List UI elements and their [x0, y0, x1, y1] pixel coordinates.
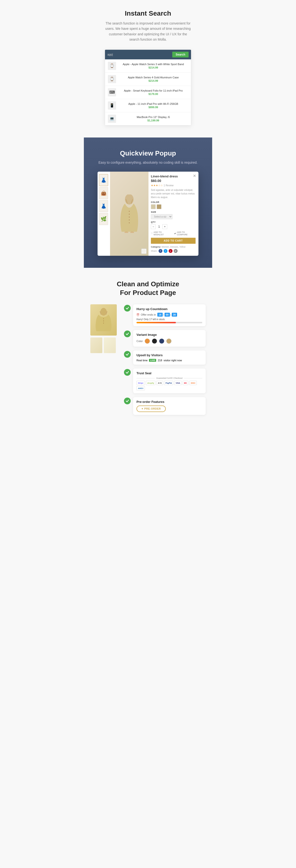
visitor-text: visitor right now — [164, 359, 182, 362]
search-result-item[interactable]: ⌚ Apple - Apple Watch Series 3 with Whit… — [105, 59, 191, 72]
payment-discover: DISC — [189, 381, 197, 385]
add-to-wishlist-button[interactable]: ♡ ADD TO WISHLIST — [151, 231, 172, 236]
color-swatch-beige[interactable] — [151, 204, 156, 209]
color-swatches — [151, 204, 196, 209]
preorder-feature-item: Pre-order Features ✦ PRE-ORDER — [124, 397, 206, 415]
preorder-button[interactable]: ✦ PRE-ORDER — [136, 405, 166, 412]
quickview-title: Quickview Popup — [89, 150, 207, 157]
result-image: 💻 — [108, 115, 116, 123]
modal-close-icon[interactable]: ✕ — [193, 174, 196, 178]
share-facebook-icon[interactable]: f — [159, 249, 162, 253]
svg-point-13 — [103, 318, 104, 319]
size-select[interactable]: Select a size — [151, 214, 172, 219]
color-dot-black[interactable] — [152, 338, 157, 344]
result-name: Apple - Apple Watch Series 3 with White … — [119, 62, 188, 66]
hurry-text: Hurry! Only 17 left in stock. — [136, 318, 202, 321]
payment-paypal: PayPal — [164, 381, 173, 385]
trustseal-title: Trust Seal — [136, 371, 202, 375]
svg-point-4 — [129, 219, 130, 220]
upsell-row: Real time LIVE 218 visitor right now — [136, 359, 202, 362]
product-small-1 — [90, 338, 102, 353]
search-button[interactable]: Search — [172, 52, 189, 57]
trustseal-check-icon — [124, 369, 131, 376]
result-text: Apple - Smart Keyboard Folio for 11-inch… — [119, 89, 188, 95]
color-dot-navy[interactable] — [159, 338, 164, 344]
search-demo-widget: Search ⌚ Apple - Apple Watch Series 3 wi… — [105, 50, 191, 125]
svg-point-14 — [103, 321, 104, 321]
variant-feature-item: Variant Image Color — [124, 330, 206, 347]
payment-amex: AMEX — [136, 386, 145, 391]
add-to-cart-button[interactable]: ADD TO CART — [151, 238, 196, 244]
stock-progress-fill — [136, 322, 176, 323]
upsell-title: Upsell by Visitors — [136, 353, 202, 357]
variant-color-row: Color — [136, 338, 202, 344]
product-preview-left — [90, 304, 119, 353]
search-result-item[interactable]: 📱 Apple - 11 inch iPad Pro with Wi-Fi 25… — [105, 99, 191, 112]
product-small-images — [90, 338, 119, 353]
payment-mastercard: MC — [183, 381, 188, 385]
color-dot-orange[interactable] — [145, 338, 150, 344]
review-count: 1 Review — [164, 184, 173, 187]
product-name: Linen-blend dress — [151, 175, 196, 178]
svg-point-3 — [129, 217, 130, 218]
thumbnail-4[interactable]: 🌿 — [99, 213, 108, 225]
countdown-numbers: 16 : 00 : 30 — [157, 313, 177, 317]
search-results-list: ⌚ Apple - Apple Watch Series 3 with Whit… — [105, 59, 191, 125]
thumbnail-1[interactable]: 👗 — [99, 174, 108, 186]
color-dot-tan[interactable] — [166, 338, 171, 344]
quickview-description: Easy to configure everything, absolutely… — [89, 161, 207, 164]
product-small-2 — [104, 338, 116, 353]
share-twitter-icon[interactable]: t — [164, 249, 167, 253]
qty-decrease-button[interactable]: − — [151, 224, 156, 229]
qty-increase-button[interactable]: + — [162, 224, 167, 229]
qty-label: QTY — [151, 221, 196, 223]
result-price: $1,199.99 — [119, 119, 188, 122]
color-label: COLOR — [151, 201, 196, 204]
svg-point-1 — [129, 211, 130, 212]
payment-als: A+S — [156, 381, 163, 385]
preorder-check-icon — [124, 398, 131, 404]
result-text: MacBook Pro 13" Display, i5 $1,199.99 — [119, 115, 188, 122]
result-image: ⌚ — [108, 75, 116, 83]
product-price: $60.00 — [151, 179, 196, 183]
countdown-title: Hurry up Countdown — [136, 307, 202, 311]
share-pinterest-icon[interactable]: p — [169, 249, 172, 253]
optimize-title: Clean and OptimizeFor Product Page — [89, 280, 207, 297]
payment-stripe: Stripe — [136, 381, 145, 385]
result-name: Apple - Smart Keyboard Folio for 11-inch… — [119, 89, 188, 93]
add-to-compare-button[interactable]: ⇄ ADD TO COMPARE — [174, 231, 196, 236]
features-list: Hurry up Countdown ⏰ Offer ends in 16 : … — [124, 304, 206, 415]
product-main-preview — [90, 304, 117, 336]
quickview-modal: ✕ 👗 👜 👗 🌿 — [98, 172, 198, 256]
search-result-item[interactable]: ⌨ Apple - Smart Keyboard Folio for 11-in… — [105, 86, 191, 99]
result-price: $179.00 — [119, 93, 188, 95]
result-image: ⌨ — [108, 88, 116, 96]
preorder-title: Pre-order Features — [136, 400, 202, 404]
upsell-feature-item: Upsell by Visitors Real time LIVE 218 vi… — [124, 350, 206, 365]
thumbnail-2[interactable]: 👜 — [99, 187, 108, 199]
upsell-check-icon — [124, 351, 131, 358]
thumbnail-3[interactable]: 👗 — [99, 200, 108, 212]
search-result-item[interactable]: 💻 MacBook Pro 13" Display, i5 $1,199.99 — [105, 112, 191, 125]
variant-card: Variant Image Color — [133, 330, 206, 347]
product-rating: ★★★☆☆ 1 Review — [151, 184, 196, 187]
variant-check-icon — [124, 331, 131, 337]
color-swatch-tan[interactable] — [157, 204, 161, 209]
result-text: Apple Watch Series 4 Gold Aluminum Case … — [119, 76, 188, 82]
share-email-icon[interactable]: @ — [174, 249, 177, 253]
size-label: SIZE — [151, 211, 196, 213]
countdown-seconds: 30 — [172, 313, 177, 317]
search-result-item[interactable]: ⌚ Apple Watch Series 4 Gold Aluminum Cas… — [105, 72, 191, 86]
result-image: 📱 — [108, 101, 116, 110]
quantity-control: − 1 + — [151, 224, 196, 229]
instant-search-description: The search function is improved and more… — [105, 21, 191, 42]
preorder-card: Pre-order Features ✦ PRE-ORDER — [133, 397, 206, 415]
countdown-minutes: 00 — [165, 313, 170, 317]
result-name: MacBook Pro 13" Display, i5 — [119, 115, 188, 119]
search-input[interactable] — [107, 53, 170, 56]
countdown-card: Hurry up Countdown ⏰ Offer ends in 16 : … — [133, 304, 206, 326]
upsell-card: Upsell by Visitors Real time LIVE 218 vi… — [133, 350, 206, 365]
product-thumbnails: 👗 👜 👗 🌿 — [98, 172, 110, 256]
result-text: Apple - Apple Watch Series 3 with White … — [119, 62, 188, 69]
zoom-icon[interactable]: ⛶ — [141, 249, 146, 254]
